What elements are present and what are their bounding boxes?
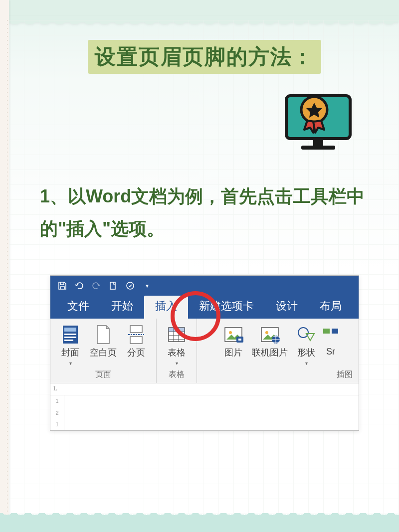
table-button[interactable]: 表格 ▾ xyxy=(161,322,193,366)
save-icon[interactable] xyxy=(57,281,67,291)
tab-layout[interactable]: 布局 xyxy=(309,296,353,319)
online-picture-icon xyxy=(260,325,280,345)
word-tab-strip: 文件 开始 插入 新建选项卡 设计 布局 xyxy=(50,296,359,319)
ribbon-group-label: 表格 xyxy=(169,368,185,381)
picture-button[interactable]: 图片 xyxy=(217,322,249,358)
tab-design[interactable]: 设计 xyxy=(265,296,309,319)
chevron-down-icon: ▾ xyxy=(69,360,72,366)
award-monitor-icon xyxy=(279,89,359,159)
cover-page-icon xyxy=(60,325,80,345)
ribbon-group-label: 插图 xyxy=(337,368,353,381)
tab-custom[interactable]: 新建选项卡 xyxy=(188,296,265,319)
svg-rect-10 xyxy=(64,340,73,341)
ribbon-item-label: 分页 xyxy=(127,347,145,358)
shapes-button[interactable]: 形状 ▾ xyxy=(290,322,322,366)
undo-icon[interactable] xyxy=(74,281,84,291)
word-quick-access-toolbar: ▾ xyxy=(50,276,359,296)
svg-rect-24 xyxy=(238,339,241,341)
tab-file[interactable]: 文件 xyxy=(56,296,100,319)
svg-rect-29 xyxy=(323,329,330,334)
shapes-icon xyxy=(296,325,316,345)
ruler-mark: 1 xyxy=(55,421,58,427)
svg-rect-8 xyxy=(64,334,76,335)
ribbon-item-label: Sr xyxy=(326,347,335,357)
step-1-text: 1、以Word文档为例，首先点击工具栏中的"插入"选项。 xyxy=(40,180,369,245)
smartart-button[interactable]: Sr xyxy=(323,322,338,357)
blank-page-button[interactable]: 空白页 xyxy=(87,322,119,358)
chevron-down-icon: ▾ xyxy=(305,360,308,366)
ruler-mark: 1 xyxy=(55,398,58,404)
spellcheck-icon[interactable] xyxy=(125,281,135,291)
ribbon-item-label: 联机图片 xyxy=(252,347,288,358)
svg-rect-2 xyxy=(301,146,335,150)
ribbon-group-pages: 封面 ▾ 空白页 分页 xyxy=(50,319,157,383)
smartart-icon xyxy=(323,325,338,345)
online-picture-button[interactable]: 联机图片 xyxy=(250,322,289,358)
new-file-icon[interactable] xyxy=(108,281,118,291)
tab-start[interactable]: 开始 xyxy=(100,296,144,319)
svg-point-28 xyxy=(298,328,308,338)
svg-point-26 xyxy=(265,331,268,334)
svg-point-22 xyxy=(229,331,232,334)
svg-rect-12 xyxy=(130,337,142,344)
ribbon-item-label: 封面 xyxy=(61,347,79,358)
blank-page-icon xyxy=(93,325,113,345)
cover-page-button[interactable]: 封面 ▾ xyxy=(54,322,86,366)
ribbon-group-label: 页面 xyxy=(95,368,111,381)
word-ribbon: 封面 ▾ 空白页 分页 xyxy=(50,319,359,383)
word-document-area: 1 2 1 xyxy=(50,395,359,430)
ribbon-group-illustrations: 图片 联机图片 形状 ▾ xyxy=(197,319,359,383)
ruler-mark: 2 xyxy=(55,410,58,416)
page-title: 设置页眉页脚的方法： xyxy=(88,40,321,74)
svg-rect-30 xyxy=(332,329,338,334)
ribbon-group-tables: 表格 ▾ 表格 xyxy=(157,319,197,383)
ribbon-item-label: 形状 xyxy=(297,347,315,358)
word-horizontal-ruler xyxy=(50,383,359,395)
svg-rect-1 xyxy=(313,139,323,146)
chevron-down-icon: ▾ xyxy=(176,360,178,366)
tab-insert[interactable]: 插入 xyxy=(144,296,188,319)
qat-customize-icon[interactable]: ▾ xyxy=(142,281,152,291)
word-vertical-ruler: 1 2 1 xyxy=(50,395,64,430)
svg-rect-11 xyxy=(130,326,142,333)
ribbon-item-label: 表格 xyxy=(168,347,186,358)
redo-icon[interactable] xyxy=(91,281,101,291)
ribbon-item-label: 图片 xyxy=(224,347,242,358)
svg-rect-7 xyxy=(64,328,76,332)
table-icon xyxy=(167,325,187,345)
content-area: 设置页眉页脚的方法： 1、以Word文档为例，首先点击工具栏中的"插入"选项。 xyxy=(0,0,399,451)
page-break-button[interactable]: 分页 xyxy=(120,322,152,358)
svg-rect-4 xyxy=(110,282,115,289)
word-screenshot: ▾ 文件 开始 插入 新建选项卡 设计 布局 xyxy=(40,275,369,431)
picture-icon xyxy=(223,325,243,345)
page-break-icon xyxy=(126,325,146,345)
torn-paper-bottom xyxy=(0,517,399,532)
svg-rect-9 xyxy=(64,337,76,338)
ribbon-item-label: 空白页 xyxy=(90,347,117,358)
svg-rect-20 xyxy=(169,328,185,332)
